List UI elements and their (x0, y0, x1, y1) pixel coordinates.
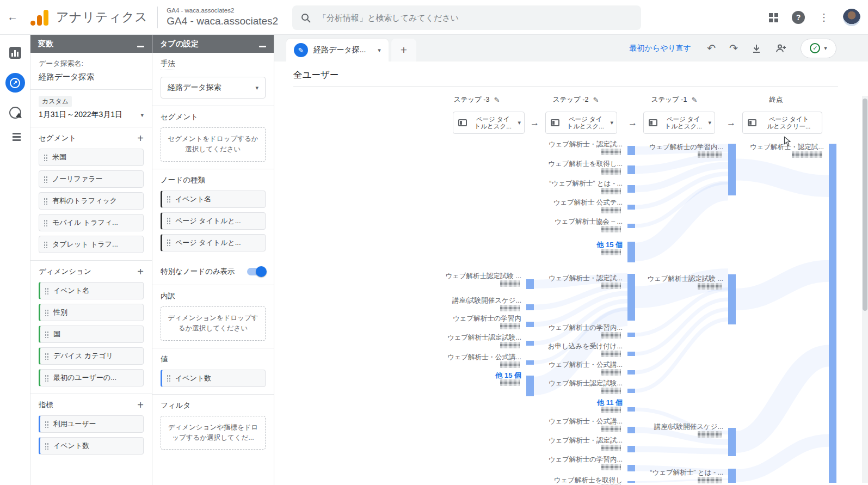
path-node-label[interactable]: お申し込みを受け付け... (506, 342, 623, 351)
advertising-icon[interactable] (9, 107, 21, 119)
google-analytics-logo (30, 9, 48, 26)
path-node-label[interactable]: ウェブ解析士を取得し (506, 476, 623, 485)
path-node-label[interactable]: ウェブ解析士認定試験 ... (606, 274, 723, 284)
add-dimension-button[interactable]: + (137, 267, 144, 276)
path-node-label[interactable]: ウェブ解析士・公式講... (506, 360, 623, 370)
path-node-label[interactable]: 講座/試験開催スケジ... (404, 296, 521, 305)
dimensions-title: ディメンション (39, 267, 91, 277)
variables-title: 変数 (38, 39, 53, 49)
path-node-label[interactable]: ウェブ解析士の学習内... (606, 143, 723, 152)
more-menu-icon[interactable]: ⋮ (819, 11, 829, 23)
segment-chip[interactable]: 米国 (39, 149, 144, 166)
dimension-chip[interactable]: 性別 (39, 304, 144, 321)
path-node-bar[interactable] (627, 407, 635, 412)
search-input[interactable] (318, 13, 632, 22)
path-node-bar[interactable] (627, 165, 635, 174)
node-type-chip[interactable]: イベント名 (161, 191, 266, 208)
filter-label: フィルタ (161, 401, 190, 410)
restart-link[interactable]: 最初からやり直す (630, 44, 692, 53)
path-node-bar[interactable] (627, 333, 635, 337)
path-node-bar[interactable] (627, 481, 635, 483)
path-node-bar[interactable] (728, 469, 736, 483)
exploration-tab[interactable]: ✎ 経路データ探... ▾ (286, 39, 389, 62)
segment-chip[interactable]: タブレット トラフ... (39, 236, 144, 253)
path-node-bar[interactable] (829, 144, 836, 483)
add-tab-button[interactable]: + (391, 39, 416, 62)
technique-select[interactable]: 経路データ探索 ▾ (161, 77, 266, 99)
path-node-bar[interactable] (728, 274, 736, 324)
path-node-label[interactable]: ウェブ解析士認定試験... (404, 333, 521, 342)
path-node-label[interactable]: ウェブ解析士・認定試... (707, 143, 824, 152)
path-node-bar[interactable] (526, 304, 534, 310)
minimize-icon[interactable] (137, 46, 144, 47)
path-node-label[interactable]: ウェブ解析士の学習内... (506, 323, 623, 333)
google-apps-icon[interactable] (769, 13, 778, 22)
segment-chip[interactable]: モバイル トラフィ... (39, 214, 144, 231)
path-node-bar[interactable] (728, 428, 736, 456)
metric-chip[interactable]: イベント数 (39, 437, 144, 455)
path-node-label[interactable]: ウェブ解析士・認定試... (506, 140, 623, 149)
reports-icon[interactable] (9, 47, 21, 59)
minimize-icon[interactable] (259, 46, 266, 47)
path-node-bar[interactable] (627, 205, 635, 210)
drag-handle-icon (45, 443, 48, 450)
value-chip[interactable]: イベント数 (161, 370, 266, 387)
path-node-label[interactable]: ウェブ解析士・認定試... (506, 436, 623, 445)
download-icon[interactable] (752, 44, 761, 53)
path-node-bar[interactable] (627, 370, 635, 375)
node-type-chip[interactable]: ページ タイトルと... (161, 234, 266, 251)
path-node-label[interactable]: 講座/試験開催スケジ... (606, 422, 723, 432)
undo-icon[interactable]: ↶ (707, 43, 716, 53)
segment-chip[interactable]: 有料のトラフィック (39, 192, 144, 210)
path-node-label[interactable]: ウェブ解析士 公式テ... (506, 198, 623, 207)
segment-chip[interactable]: ノーリファラー (39, 170, 144, 188)
dimension-chip[interactable]: 最初のユーザーの... (39, 369, 144, 386)
path-node-label[interactable]: “ウェブ解析士” とは - ... (506, 179, 623, 188)
path-node-label[interactable]: ウェブ解析士・公式講... (404, 353, 521, 362)
path-node-label[interactable]: ウェブ解析士協会 – ... (506, 217, 623, 226)
node-type-chip[interactable]: ページ タイトルと... (161, 212, 266, 230)
path-node-bar[interactable] (627, 242, 635, 262)
dimension-chip[interactable]: 国 (39, 326, 144, 343)
path-node-bar[interactable] (627, 446, 635, 452)
segments-title: セグメント (39, 133, 76, 143)
add-metric-button[interactable]: + (137, 401, 144, 409)
canvas-scrollbar[interactable] (862, 96, 868, 483)
path-node-label[interactable]: ウェブ解析士認定試験 ... (404, 272, 521, 281)
library-icon[interactable] (10, 133, 21, 141)
filter-dropzone[interactable]: ディメンションや指標をドロップするか選択してくだ... (161, 416, 266, 450)
property-selector[interactable]: GA4 - waca.associates2 GA4 - waca.associ… (167, 7, 278, 28)
path-node-label[interactable]: ウェブ解析士・認定試... (506, 274, 623, 283)
share-add-user-icon[interactable] (775, 44, 787, 53)
path-node-bar[interactable] (627, 185, 635, 193)
dimension-chip[interactable]: イベント名 (39, 282, 144, 299)
global-search[interactable] (292, 5, 641, 30)
breakdown-dropzone[interactable]: ディメンションをドロップするか選択してください (161, 306, 266, 341)
path-node-label[interactable]: ウェブ解析士を取得し... (506, 159, 623, 169)
user-avatar[interactable] (843, 9, 860, 26)
date-range-picker[interactable]: 1月31日～2022年3月1日 ▾ (39, 110, 144, 120)
redo-icon[interactable]: ↷ (729, 43, 738, 53)
path-node-label[interactable]: ウェブ解析士認定試験... (506, 379, 623, 388)
path-node-label[interactable]: ウェブ解析士・公式講... (506, 417, 623, 426)
path-node-label[interactable]: ウェブ解析士の学習内... (506, 455, 623, 464)
segment-dropzone[interactable]: セグメントをドロップするか選択してください (161, 127, 266, 162)
path-node-bar[interactable] (627, 352, 635, 356)
explore-icon[interactable]: ↗ (5, 73, 25, 93)
metric-chip[interactable]: 利用ユーザー (39, 415, 144, 433)
path-node-label[interactable]: ウェブ解析士の学習内 (404, 314, 521, 323)
path-node-bar[interactable] (627, 389, 635, 393)
help-icon[interactable]: ? (792, 11, 805, 24)
back-arrow-icon[interactable]: ← (0, 11, 25, 23)
path-node-bar[interactable] (627, 224, 635, 228)
status-check-button[interactable]: ✓ ▾ (801, 39, 836, 58)
add-segment-button[interactable]: + (137, 134, 144, 143)
path-node-value-redacted (698, 283, 722, 290)
chevron-down-icon: ▾ (255, 84, 258, 91)
dimension-chip[interactable]: デバイス カテゴリ (39, 347, 144, 365)
path-node-label[interactable]: “ウェブ解析士” とは - ... (606, 468, 723, 477)
exploration-name-value[interactable]: 経路データ探索 (39, 72, 144, 82)
path-node-value-redacted (601, 445, 621, 451)
special-nodes-toggle[interactable] (247, 268, 266, 275)
scrollbar-thumb[interactable] (863, 99, 867, 311)
